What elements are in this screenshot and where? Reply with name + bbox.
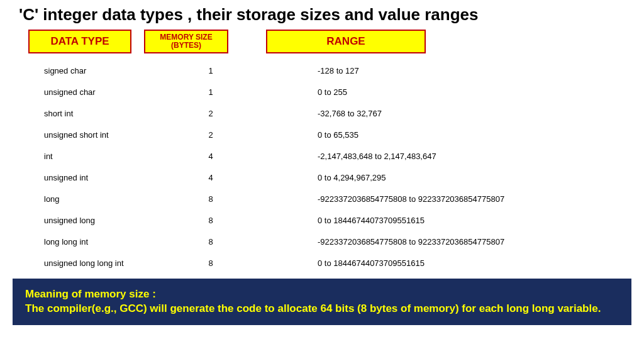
table-header-row: DATA TYPE MEMORY SIZE (BYTES) RANGE	[28, 30, 625, 53]
cell-size: 2	[170, 109, 264, 118]
cell-size: 1	[170, 66, 264, 75]
cell-type: unsigned short int	[28, 130, 170, 140]
cell-range: 0 to 255	[264, 87, 347, 97]
cell-range: -32,768 to 32,767	[264, 109, 382, 118]
cell-size: 8	[170, 194, 264, 204]
table-row: long long int 8 -9223372036854775808 to …	[28, 231, 625, 252]
cell-type: unsigned char	[28, 87, 170, 97]
cell-range: 0 to 18446744073709551615	[264, 216, 425, 225]
cell-size: 8	[170, 258, 264, 268]
cell-type: unsigned long	[28, 216, 170, 225]
header-datatype: DATA TYPE	[28, 30, 131, 53]
cell-type: long long int	[28, 237, 170, 247]
header-memsize: MEMORY SIZE (BYTES)	[144, 30, 228, 53]
cell-range: -9223372036854775808 to 9223372036854775…	[264, 194, 504, 204]
table-row: signed char 1 -128 to 127	[28, 60, 625, 81]
table-row: unsigned short int 2 0 to 65,535	[28, 124, 625, 145]
cell-range: -2,147,483,648 to 2,147,483,647	[264, 152, 436, 161]
cell-size: 1	[170, 87, 264, 97]
table-row: long 8 -9223372036854775808 to 922337203…	[28, 188, 625, 209]
table-row: unsigned long long int 8 0 to 1844674407…	[28, 252, 625, 274]
cell-type: signed char	[28, 66, 170, 75]
cell-range: -128 to 127	[264, 66, 359, 75]
table-row: unsigned int 4 0 to 4,294,967,295	[28, 167, 625, 188]
datatype-table: DATA TYPE MEMORY SIZE (BYTES) RANGE sign…	[0, 30, 644, 274]
cell-range: 0 to 18446744073709551615	[264, 258, 425, 268]
cell-size: 2	[170, 130, 264, 140]
cell-size: 8	[170, 237, 264, 247]
cell-range: 0 to 4,294,967,295	[264, 173, 386, 182]
cell-type: short int	[28, 109, 170, 118]
table-row: unsigned long 8 0 to 1844674407370955161…	[28, 209, 625, 231]
header-memsize-line2: (BYTES)	[171, 42, 201, 50]
cell-type: long	[28, 194, 170, 204]
cell-range: -9223372036854775808 to 9223372036854775…	[264, 237, 504, 247]
cell-type: unsigned long long int	[28, 258, 170, 268]
table-row: short int 2 -32,768 to 32,767	[28, 102, 625, 124]
callout-box: Meaning of memory size : The compiler(e.…	[13, 279, 631, 325]
cell-range: 0 to 65,535	[264, 130, 358, 140]
cell-size: 4	[170, 173, 264, 182]
page-title: 'C' integer data types , their storage s…	[0, 0, 644, 30]
callout-line2: The compiler(e.g., GCC) will generate th…	[25, 302, 619, 316]
cell-size: 4	[170, 152, 264, 161]
header-range: RANGE	[266, 30, 426, 53]
cell-type: int	[28, 152, 170, 161]
cell-type: unsigned int	[28, 173, 170, 182]
cell-size: 8	[170, 216, 264, 225]
table-row: unsigned char 1 0 to 255	[28, 81, 625, 102]
table-row: int 4 -2,147,483,648 to 2,147,483,647	[28, 145, 625, 167]
callout-line1: Meaning of memory size :	[25, 287, 619, 302]
